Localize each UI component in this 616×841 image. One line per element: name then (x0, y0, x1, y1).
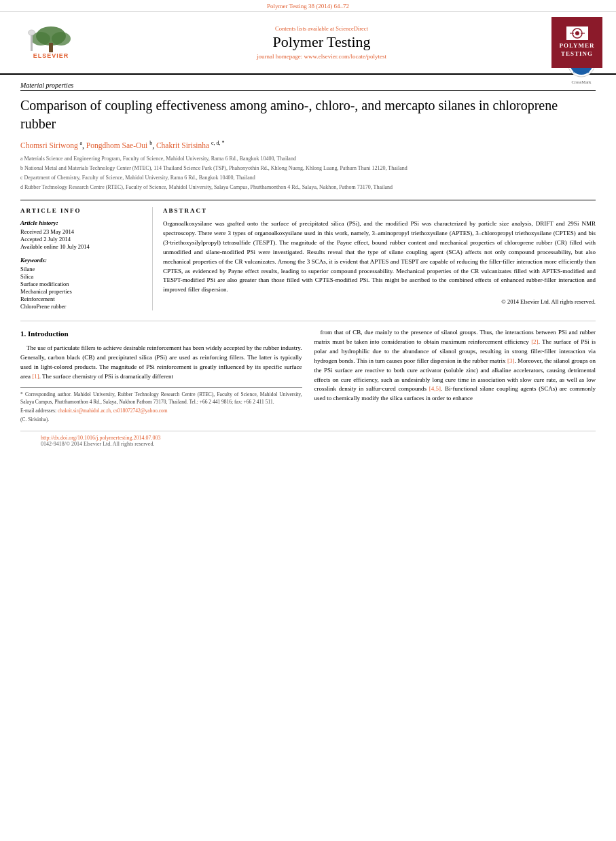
article-info-header: ARTICLE INFO (20, 207, 145, 214)
ref-3-link[interactable]: [3] (507, 357, 515, 364)
bottom-bar: http://dx.doi.org/10.1016/j.polymertesti… (20, 431, 596, 450)
intro-para1: The use of particulate fillers to achiev… (20, 344, 302, 382)
keyword-5: Reinforcement (20, 296, 145, 302)
issn-line: 0142-9418/© 2014 Elsevier Ltd. All right… (41, 441, 575, 447)
sciencedirect-link-text[interactable]: ScienceDirect (336, 25, 368, 32)
ref-45-link[interactable]: [4,5] (429, 385, 441, 392)
keyword-6: ChloroPrene rubber (20, 303, 145, 310)
accepted-date: Accepted 2 July 2014 (20, 236, 145, 243)
journal-name: Polymer Testing (102, 33, 541, 51)
section-divider (20, 321, 596, 321)
article-info-abstract: ARTICLE INFO Article history: Received 2… (20, 200, 596, 310)
footnotes: * Corresponding author. Mahidol Universi… (20, 387, 302, 424)
sciencedirect-line: Contents lists available at ScienceDirec… (102, 25, 541, 32)
abstract-header: ABSTRACT (163, 207, 596, 214)
body-content: 1. Introduction The use of particulate f… (20, 328, 596, 425)
article-title: Comparison of coupling effectiveness amo… (20, 96, 596, 133)
section-label: Material properties (20, 82, 596, 91)
author-2: Pongdhom Sae-Oui (86, 141, 147, 149)
article-content: Material properties ✓ CrossMark CrossMar… (0, 75, 616, 457)
author-3: Chakrit Sirisinha (156, 141, 209, 149)
svg-point-3 (52, 32, 71, 46)
elsevier-logo-image: ELSEVIER (17, 24, 85, 61)
intro-para2: from that of CB, due mainly to the prese… (314, 328, 596, 404)
author-1-sup: a (80, 140, 83, 146)
journal-ref-text: Polymer Testing 38 (2014) 64–72 (267, 3, 349, 10)
body-col-right: from that of CB, due mainly to the prese… (314, 328, 596, 425)
intro-title: 1. Introduction (20, 328, 302, 340)
polymer-testing-badge: POLYMER TESTING (551, 17, 602, 68)
keywords-section: Keywords: Silane Silica Surface modifica… (20, 257, 145, 310)
journal-title-block: Contents lists available at ScienceDirec… (102, 25, 541, 60)
affil-d: d Rubber Technology Research Centre (RTE… (20, 183, 596, 192)
doi-line[interactable]: http://dx.doi.org/10.1016/j.polymertesti… (41, 435, 575, 441)
available-date: Available online 10 July 2014 (20, 243, 145, 250)
authors-line: Chomsri Siriwong a, Pongdhom Sae-Oui b, … (20, 140, 596, 149)
doi-text[interactable]: http://dx.doi.org/10.1016/j.polymertesti… (41, 435, 161, 441)
article-info-column: ARTICLE INFO Article history: Received 2… (20, 207, 153, 310)
email-line: E-mail addresses: chakrit.sir@mahidol.ac… (20, 407, 302, 414)
email-label: E-mail addresses: (20, 408, 56, 414)
affil-c: c Department of Chemistry, Faculty of Sc… (20, 174, 596, 182)
svg-rect-4 (49, 43, 53, 52)
svg-text:ELSEVIER: ELSEVIER (33, 52, 69, 59)
author-3-sup: c, d, * (211, 140, 225, 146)
elsevier-logo: ELSEVIER (14, 24, 88, 61)
keyword-1: Silane (20, 266, 145, 272)
svg-text:CrossMark: CrossMark (573, 70, 590, 74)
affil-a: a Materials Science and Engineering Prog… (20, 155, 596, 163)
svg-rect-5 (31, 34, 33, 51)
history-label: Article history: (20, 219, 145, 226)
copyright-line: © 2014 Elsevier Ltd. All rights reserved… (163, 298, 596, 305)
intro-title-text: Introduction (28, 329, 69, 338)
ref-1-link[interactable]: [1] (32, 373, 39, 380)
received-date: Received 23 May 2014 (20, 228, 145, 235)
journal-header: ELSEVIER Contents lists available at Sci… (0, 12, 616, 75)
ref-2-link[interactable]: [2] (531, 338, 539, 345)
body-col-left: 1. Introduction The use of particulate f… (20, 328, 302, 425)
email-addresses[interactable]: chakrit.sir@mahidol.ac.th, cs018072742@y… (58, 408, 168, 414)
article-history: Article history: Received 23 May 2014 Ac… (20, 219, 145, 250)
badge-testing: TESTING (561, 50, 593, 58)
affiliations: a Materials Science and Engineering Prog… (20, 155, 596, 192)
abstract-column: ABSTRACT Organoalkoxysilane was grafted … (163, 207, 596, 310)
svg-point-10 (575, 31, 579, 35)
email-sig: (C. Sirisinha). (20, 416, 302, 423)
journal-reference-bar: Polymer Testing 38 (2014) 64–72 (0, 0, 616, 12)
svg-point-6 (29, 30, 35, 35)
keyword-3: Surface modification (20, 281, 145, 287)
keyword-4: Mechanical properties (20, 288, 145, 295)
author-1: Chomsri Siriwong (20, 141, 78, 149)
abstract-text: Organoalkoxysilane was grafted onto the … (163, 219, 596, 296)
badge-polymer: POLYMER (559, 42, 594, 50)
journal-homepage: journal homepage: www.elsevier.com/locat… (102, 53, 541, 60)
affil-b: b National Metal and Materials Technolog… (20, 164, 596, 173)
keyword-2: Silica (20, 273, 145, 280)
issn-text: 0142-9418/© 2014 Elsevier Ltd. All right… (41, 441, 154, 447)
keywords-label: Keywords: (20, 257, 145, 264)
author-2-sup: b (149, 140, 152, 146)
corresponding-author-note: * Corresponding author. Mahidol Universi… (20, 391, 302, 406)
badge-logo (566, 26, 588, 40)
